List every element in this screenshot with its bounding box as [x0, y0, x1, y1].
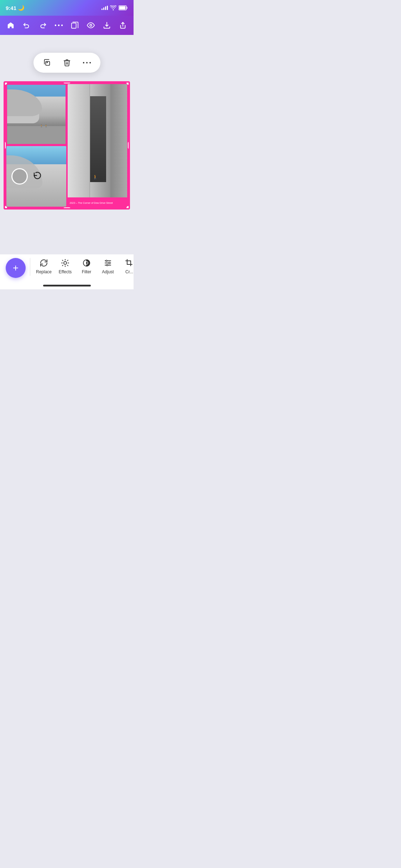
effects-icon: [61, 258, 69, 268]
refresh-icon[interactable]: [33, 171, 42, 182]
bottom-toolbar: + Replace: [0, 254, 134, 289]
moon-icon: 🌙: [18, 5, 25, 11]
fab-label: +: [13, 262, 19, 274]
crop-icon: [125, 258, 134, 268]
tool-filter[interactable]: Filter: [76, 258, 97, 274]
handle-top-right[interactable]: [126, 81, 130, 85]
svg-point-27: [106, 260, 107, 262]
tool-effects[interactable]: Effects: [54, 258, 76, 274]
fab-add-button[interactable]: +: [6, 258, 26, 278]
handle-bottom-mid[interactable]: [63, 207, 71, 210]
handle-mid-right[interactable]: [128, 142, 130, 149]
photo-caption: 2023 – The Corner of Dew Drive Street: [68, 197, 127, 207]
redo-button[interactable]: [36, 18, 50, 32]
time-text: 9:41: [6, 5, 16, 11]
filter-icon: [82, 258, 91, 268]
replace-label: Replace: [36, 269, 52, 274]
tool-crop[interactable]: Cr...: [119, 258, 134, 274]
svg-point-2: [55, 25, 56, 26]
tool-replace[interactable]: Replace: [33, 258, 54, 274]
svg-line-19: [62, 265, 63, 265]
crop-label: Cr...: [125, 269, 133, 274]
home-indicator: [43, 285, 91, 286]
handle-bottom-left[interactable]: [4, 206, 7, 210]
handle-top-mid[interactable]: [63, 81, 71, 83]
svg-line-15: [62, 260, 63, 260]
svg-rect-1: [119, 6, 126, 10]
delete-button[interactable]: [61, 56, 73, 69]
handle-mid-left[interactable]: [4, 142, 6, 149]
adjust-icon: [104, 258, 112, 268]
tool-adjust[interactable]: Adjust: [97, 258, 119, 274]
svg-rect-5: [72, 23, 76, 29]
design-canvas[interactable]: 🚶🚶 🚶 2023 – The Corner of Dew Drive Stre…: [4, 81, 130, 210]
caption-text: 2023 – The Corner of Dew Drive Street: [70, 202, 113, 204]
canvas-area: 🚶🚶 🚶 2023 – The Corner of Dew Drive Stre…: [0, 35, 134, 254]
status-bar: 9:41 🌙: [0, 0, 134, 16]
handle-bottom-right[interactable]: [126, 206, 130, 210]
svg-point-29: [106, 264, 108, 266]
replace-icon: [40, 258, 48, 268]
battery-icon: [119, 5, 128, 10]
svg-point-3: [58, 25, 60, 26]
svg-line-20: [67, 260, 68, 260]
home-button[interactable]: [4, 18, 18, 32]
svg-point-6: [90, 24, 92, 26]
more-button[interactable]: [52, 18, 66, 32]
toolbar-divider: [30, 258, 30, 276]
share-button[interactable]: [116, 18, 130, 32]
svg-point-11: [86, 62, 87, 63]
copy-button[interactable]: [41, 56, 53, 69]
toolbar-items: Replace Effects: [32, 258, 134, 274]
status-time: 9:41 🌙: [6, 5, 25, 11]
status-icons: [101, 5, 128, 10]
svg-point-28: [109, 262, 110, 264]
floating-toolbar: [33, 53, 100, 73]
svg-point-10: [83, 62, 84, 63]
photo-bottom-left[interactable]: [6, 146, 66, 207]
photo-grid: 🚶🚶 🚶 2023 – The Corner of Dew Drive Stre…: [5, 83, 129, 208]
wifi-icon: [110, 5, 116, 10]
download-button[interactable]: [100, 18, 114, 32]
svg-point-21: [64, 262, 67, 264]
svg-line-16: [67, 265, 68, 265]
top-nav: [0, 16, 134, 35]
signal-bars-icon: [101, 6, 108, 10]
more-options-button[interactable]: [80, 56, 93, 69]
effects-label: Effects: [59, 269, 72, 274]
crop-circle-handle[interactable]: [11, 168, 28, 185]
undo-button[interactable]: [20, 18, 34, 32]
svg-point-4: [61, 25, 63, 26]
svg-rect-7: [46, 61, 50, 65]
preview-button[interactable]: [84, 18, 98, 32]
adjust-label: Adjust: [102, 269, 114, 274]
svg-point-12: [89, 62, 91, 63]
filter-label: Filter: [82, 269, 92, 274]
photo-top-right[interactable]: 🚶 2023 – The Corner of Dew Drive Street: [68, 84, 127, 207]
photo-top-left[interactable]: 🚶🚶: [6, 84, 66, 145]
pages-button[interactable]: [68, 18, 82, 32]
